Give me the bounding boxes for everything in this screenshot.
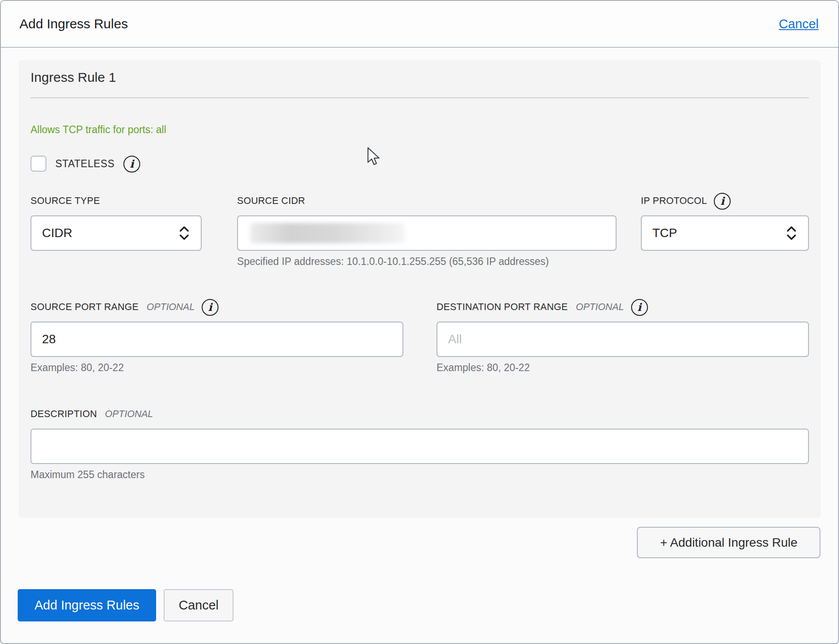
source-port-optional-label: OPTIONAL — [146, 302, 195, 313]
field-source-cidr: SOURCE CIDR Specified IP addresses: 10.1… — [237, 192, 617, 268]
chevron-up-down-icon — [178, 225, 190, 241]
description-helper: Maximum 255 characters — [31, 469, 809, 481]
stateless-row: STATELESS i — [31, 155, 809, 172]
rule-title: Ingress Rule 1 — [31, 70, 809, 85]
field-destination-port-range: DESTINATION PORT RANGE OPTIONAL i Exampl… — [437, 299, 809, 374]
ip-protocol-value: TCP — [652, 226, 677, 240]
stateless-info-icon[interactable]: i — [123, 156, 140, 172]
source-cidr-helper: Specified IP addresses: 10.1.0.0-10.1.25… — [237, 256, 617, 268]
dialog-actions: Add Ingress Rules Cancel — [18, 589, 838, 621]
source-cidr-label: SOURCE CIDR — [237, 196, 305, 207]
destination-port-input[interactable] — [437, 322, 809, 357]
row-ports: SOURCE PORT RANGE OPTIONAL i Examples: 8… — [31, 299, 809, 374]
source-type-select[interactable]: CIDR — [31, 215, 202, 251]
dialog-title: Add Ingress Rules — [19, 16, 128, 31]
stateless-checkbox[interactable] — [31, 156, 46, 172]
ingress-rule-panel: Ingress Rule 1 Allows TCP traffic for po… — [19, 60, 821, 518]
dialog-header: Add Ingress Rules Cancel — [1, 1, 838, 48]
description-input[interactable] — [31, 429, 809, 464]
row-source: SOURCE TYPE CIDR SOURCE CIDR — [31, 192, 809, 268]
destination-port-helper: Examples: 80, 20-22 — [437, 362, 809, 374]
rule-divider — [31, 97, 809, 98]
additional-ingress-rule-button[interactable]: + Additional Ingress Rule — [637, 527, 820, 558]
chevron-up-down-icon — [785, 225, 797, 241]
cancel-button[interactable]: Cancel — [164, 589, 234, 621]
add-ingress-rules-button[interactable]: Add Ingress Rules — [18, 589, 156, 621]
source-port-helper: Examples: 80, 20-22 — [31, 362, 403, 374]
field-source-type: SOURCE TYPE CIDR — [31, 192, 202, 268]
destination-port-label: DESTINATION PORT RANGE — [437, 302, 568, 313]
destination-port-info-icon[interactable]: i — [631, 299, 648, 316]
source-type-value: CIDR — [42, 226, 72, 240]
field-source-port-range: SOURCE PORT RANGE OPTIONAL i Examples: 8… — [31, 299, 403, 374]
description-label: DESCRIPTION — [31, 409, 97, 420]
field-ip-protocol: IP PROTOCOL i TCP — [641, 192, 809, 268]
destination-port-optional-label: OPTIONAL — [576, 302, 624, 313]
ip-protocol-label: IP PROTOCOL — [641, 196, 707, 207]
source-port-input[interactable] — [31, 322, 403, 357]
additional-rule-row: + Additional Ingress Rule — [19, 527, 820, 558]
redacted-cidr-value — [250, 223, 405, 243]
field-description: DESCRIPTION OPTIONAL Maximum 255 charact… — [31, 406, 809, 481]
stateless-label: STATELESS — [55, 158, 115, 170]
source-port-info-icon[interactable]: i — [202, 299, 218, 316]
source-port-label: SOURCE PORT RANGE — [31, 302, 138, 313]
traffic-note: Allows TCP traffic for ports: all — [31, 124, 809, 136]
add-ingress-rules-dialog: Add Ingress Rules Cancel Ingress Rule 1 … — [0, 0, 839, 644]
header-cancel-link[interactable]: Cancel — [779, 17, 819, 31]
source-type-label: SOURCE TYPE — [31, 196, 100, 207]
description-optional-label: OPTIONAL — [105, 409, 153, 420]
ip-protocol-info-icon[interactable]: i — [714, 193, 731, 210]
ip-protocol-select[interactable]: TCP — [641, 215, 809, 251]
